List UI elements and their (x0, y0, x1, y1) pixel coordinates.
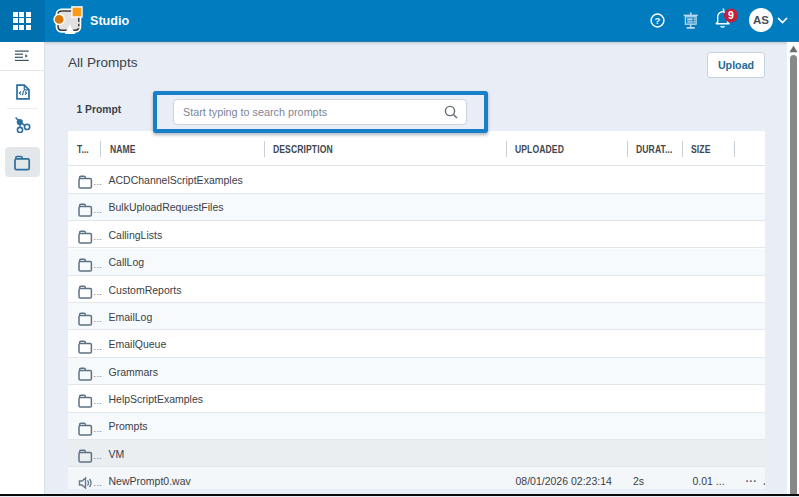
svg-text:9: 9 (728, 9, 734, 21)
svg-text:?: ? (655, 15, 661, 26)
